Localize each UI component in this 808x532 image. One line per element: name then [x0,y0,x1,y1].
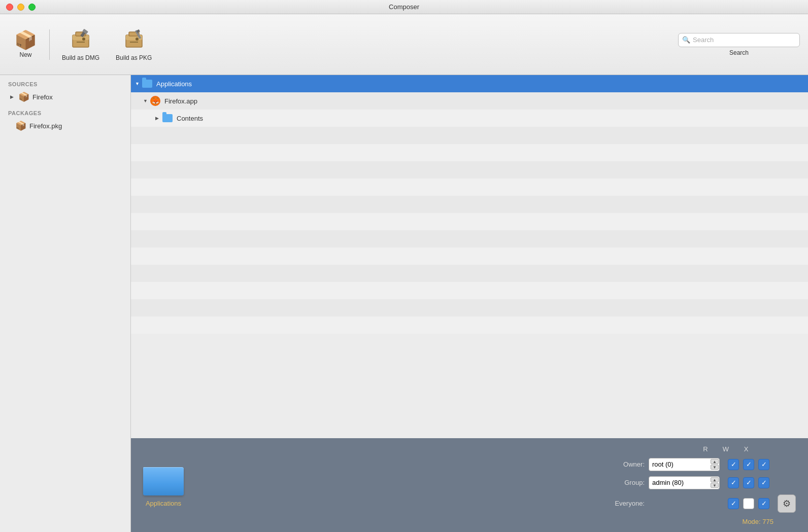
traffic-lights [6,4,36,11]
sidebar-item-firefox-pkg-label: Firefox.pkg [29,122,62,130]
contents-label: Contents [177,115,203,122]
group-stepper-down[interactable]: ▼ [711,483,719,488]
firefox-app-disclosure[interactable] [143,98,148,103]
toolbar-search-container: 🔍 Search [678,33,800,56]
search-field-wrapper: 🔍 [678,33,800,47]
everyone-row: Everyone: ✓ ✓ ⚙ [604,494,796,513]
build-dmg-icon [69,28,93,52]
tree-row-empty-13 [131,282,808,299]
build-dmg-button[interactable]: Build as DMG [56,24,106,65]
everyone-r-checkbox[interactable]: ✓ [728,498,739,509]
group-x-checkbox[interactable]: ✓ [758,477,769,488]
new-label: New [19,51,31,58]
owner-stepper-down[interactable]: ▼ [711,465,719,470]
group-label: Group: [604,479,645,486]
title-bar: Composer [0,0,808,14]
tree-row-empty-9 [131,213,808,230]
group-checkboxes: ✓ ✓ ✓ [728,477,769,488]
tree-row-empty-7 [131,179,808,196]
tree-row-empty-11 [131,247,808,265]
tree-row-empty-14 [131,299,808,316]
group-w-checkbox[interactable]: ✓ [743,477,754,488]
zoom-button[interactable] [28,4,36,11]
minimize-button[interactable] [17,4,24,11]
tree-row-contents[interactable]: Contents [131,110,808,127]
tree-row-empty-6 [131,161,808,179]
svg-point-11 [136,38,139,41]
tree-row-empty-10 [131,230,808,247]
sidebar: SOURCES 📦 Firefox PACKAGES 📦 Firefox.pkg [0,75,131,532]
owner-w-checkbox[interactable]: ✓ [743,459,754,470]
contents-disclosure[interactable] [155,116,160,121]
firefox-pkg-icon: 📦 [15,120,26,131]
build-pkg-label: Build as PKG [116,54,152,61]
everyone-x-checkbox[interactable]: ✓ [758,498,769,509]
everyone-w-checkbox[interactable] [743,498,754,509]
toolbar: 📦 New Build as DMG Build as PKG [0,14,808,75]
perm-headers: R W X [604,445,796,453]
packages-section: PACKAGES 📦 Firefox.pkg [0,108,130,133]
applications-label: Applications [156,80,192,88]
new-button[interactable]: 📦 New [8,27,43,62]
tree-row-empty-8 [131,196,808,213]
firefox-app-label: Firefox.app [164,97,197,105]
sidebar-item-firefox-pkg[interactable]: 📦 Firefox.pkg [2,119,128,133]
group-r-checkbox[interactable]: ✓ [728,477,739,488]
sidebar-item-firefox[interactable]: 📦 Firefox [2,90,128,104]
sidebar-item-firefox-label: Firefox [32,93,53,101]
owner-stepper-up[interactable]: ▲ [711,459,719,464]
permissions-section: R W X Owner: ▲ ▼ ✓ [604,445,796,525]
info-panel: Applications R W X Owner: ▲ [131,438,808,532]
owner-x-checkbox[interactable]: ✓ [758,459,769,470]
tree-row-empty-15 [131,316,808,334]
tree-row-firefox-app[interactable]: 🦊 Firefox.app [131,92,808,110]
owner-input-wrapper: ▲ ▼ [649,458,720,471]
tree-row-empty-4 [131,127,808,144]
large-folder: Applications [143,463,184,507]
group-stepper-up[interactable]: ▲ [711,477,719,482]
group-row: Group: ▲ ▼ ✓ ✓ ✓ [604,476,796,489]
toolbar-separator-1 [49,29,50,60]
tree-row-empty-12 [131,265,808,282]
main-layout: SOURCES 📦 Firefox PACKAGES 📦 Firefox.pkg [0,75,808,532]
large-folder-label: Applications [146,500,181,507]
packages-header: PACKAGES [0,108,130,118]
owner-row: Owner: ▲ ▼ ✓ ✓ ✓ [604,458,796,471]
group-input-wrapper: ▲ ▼ [649,476,720,489]
tree-row-applications[interactable]: Applications [131,75,808,92]
owner-stepper[interactable]: ▲ ▼ [711,459,719,470]
new-icon: 📦 [14,31,37,49]
gear-button[interactable]: ⚙ [778,494,796,513]
x-header: X [736,445,756,453]
r-header: R [695,445,716,453]
everyone-checkboxes: ✓ ✓ [728,498,769,509]
firefox-disclosure-triangle[interactable] [10,94,15,99]
mode-label: Mode: 775 [743,518,773,525]
build-dmg-label: Build as DMG [62,54,99,61]
close-button[interactable] [6,4,13,11]
owner-input[interactable] [649,458,720,471]
search-label: Search [729,49,749,56]
owner-r-checkbox[interactable]: ✓ [728,459,739,470]
build-pkg-button[interactable]: Build as PKG [110,24,158,65]
tree-row-empty-5 [131,144,808,161]
firefox-app-icon: 🦊 [150,96,160,106]
file-tree[interactable]: Applications 🦊 Firefox.app Contents [131,75,808,438]
owner-checkboxes: ✓ ✓ ✓ [728,459,769,470]
build-pkg-icon [122,28,146,52]
sources-header: SOURCES [0,79,130,89]
everyone-label: Everyone: [604,500,645,507]
content-area: Applications 🦊 Firefox.app Contents [131,75,808,532]
large-folder-icon [143,463,184,495]
w-header: W [716,445,736,453]
svg-point-4 [82,38,85,41]
owner-label: Owner: [604,460,645,468]
applications-disclosure[interactable] [135,81,140,86]
group-input[interactable] [649,476,720,489]
search-input[interactable] [678,33,800,47]
group-stepper[interactable]: ▲ ▼ [711,477,719,488]
firefox-source-icon: 📦 [18,91,29,102]
mode-row: Mode: 775 [604,518,796,525]
window-title: Composer [389,3,419,11]
